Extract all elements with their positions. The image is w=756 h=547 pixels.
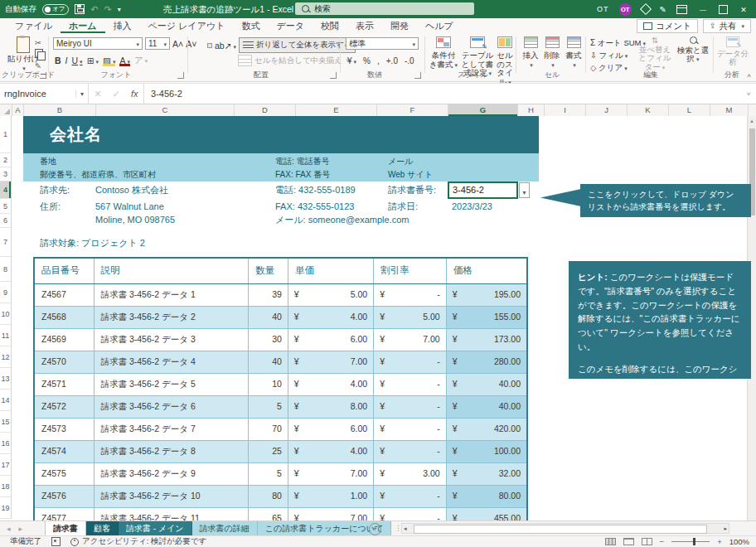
description-cell[interactable]: 請求書 3-456-2 データ 8 [94,441,250,462]
ribbon-tab-9[interactable]: ヘルプ [417,18,462,33]
borders-icon[interactable]: ⊞ [87,56,99,65]
fill-color-icon[interactable]: ▨ [103,56,115,65]
cell-styles-button[interactable]: セルのスタイル [494,36,516,87]
sort-filter-button[interactable]: ⇅ 並べ替えとフィルター [635,36,675,72]
item-number-cell[interactable]: Z4576 [35,486,94,507]
zoom-in-icon[interactable] [717,537,722,546]
table-cell[interactable]: ¥280.00 [447,351,526,373]
quantity-cell[interactable]: 10 [249,374,288,395]
table-cell[interactable]: ¥40.00 [447,396,526,418]
row-header-15[interactable]: 15 [0,411,12,433]
redo-icon[interactable]: ↷ [104,0,112,18]
column-header-H[interactable]: H [518,104,545,116]
table-cell[interactable]: ¥80.00 [447,486,526,507]
column-header-E[interactable]: E [296,104,377,116]
table-row[interactable]: Z4572請求書 3-456-2 データ 65¥8.00¥-¥40.00 [35,396,526,419]
item-number-cell[interactable]: Z4569 [35,329,94,351]
column-header-A[interactable]: A [12,104,24,116]
column-header-D[interactable]: D [235,104,296,116]
ribbon-tab-1[interactable]: ホーム [61,18,105,33]
description-cell[interactable]: 請求書 3-456-2 データ 10 [94,486,250,507]
table-cell[interactable]: ¥455.00 [447,508,526,520]
underline-button[interactable]: U [72,56,83,65]
percent-style-icon[interactable]: % [363,56,371,65]
table-row[interactable]: Z4575請求書 3-456-2 データ 95¥7.00¥3.00¥32.00 [35,463,526,486]
column-header-K[interactable]: K [628,104,669,116]
collapse-ribbon-icon[interactable] [747,72,751,80]
clipboard-dialog-launcher[interactable] [40,72,46,79]
table-cell[interactable]: ¥- [374,508,446,520]
table-cell[interactable]: ¥3.00 [374,463,446,485]
column-header-M[interactable]: M [710,104,749,116]
item-number-cell[interactable]: Z4573 [35,419,94,440]
increase-indent-icon[interactable] [229,58,234,63]
scroll-left-icon[interactable] [404,525,407,532]
align-bottom-icon[interactable] [207,43,212,48]
align-middle-icon[interactable] [200,43,205,48]
zoom-out-icon[interactable] [660,537,665,546]
item-number-cell[interactable]: Z4574 [35,441,94,462]
table-cell[interactable]: ¥40.00 [447,374,526,395]
table-cell[interactable]: ¥- [374,396,446,418]
font-size-select[interactable]: 11 [145,37,170,50]
decrease-indent-icon[interactable] [220,58,225,63]
currency-format-icon[interactable]: ¥ [347,56,356,65]
insert-cells-button[interactable]: 挿入 [521,36,540,70]
close-button[interactable] [738,0,749,19]
item-number-cell[interactable]: Z4571 [35,374,94,395]
format-cells-button[interactable]: 書式 [564,36,584,70]
macro-record-icon[interactable] [51,537,61,546]
enter-icon[interactable]: ✓ [113,89,120,99]
item-number-cell[interactable]: Z4575 [35,463,94,485]
font-dialog-launcher[interactable] [177,72,184,79]
ribbon-display-options-icon[interactable] [676,5,687,14]
column-header-C[interactable]: C [96,104,235,116]
table-cell[interactable]: ¥- [374,284,446,306]
row-header-18[interactable]: 18 [0,476,12,497]
insert-function-icon[interactable]: fx [131,89,138,99]
name-box-caret-icon[interactable]: ▾ [75,90,84,98]
table-cell[interactable]: ¥6.00 [288,329,374,351]
orientation-icon[interactable]: ab↗ [215,41,236,51]
column-header-I[interactable]: I [545,104,586,116]
table-cell[interactable]: ¥7.00 [288,351,374,373]
table-cell[interactable]: ¥195.00 [447,284,526,306]
description-cell[interactable]: 請求書 3-456-2 データ 2 [94,307,250,328]
align-center-icon[interactable] [201,58,206,63]
increase-decimal-icon[interactable]: +.0 [386,56,398,65]
normal-view-icon[interactable] [605,538,616,545]
row-header-12[interactable]: 12 [0,346,12,368]
row-header-10[interactable]: 10 [0,303,12,325]
ribbon-tab-6[interactable]: 校閲 [313,18,347,33]
ribbon-tab-8[interactable]: 開発 [382,18,417,33]
item-number-cell[interactable]: Z4572 [35,396,94,418]
item-number-cell[interactable]: Z4567 [35,284,94,306]
row-header-8[interactable]: 8 [0,257,12,282]
table-cell[interactable]: ¥4.00 [288,307,374,328]
table-cell[interactable]: ¥6.00 [288,419,374,440]
decrease-decimal-icon[interactable]: -.0 [405,56,414,65]
table-row[interactable]: Z4571請求書 3-456-2 データ 510¥4.00¥-¥40.00 [35,374,526,396]
table-cell[interactable]: ¥- [374,351,446,373]
table-row[interactable]: Z4574請求書 3-456-2 データ 825¥4.00¥-¥100.00 [35,441,526,463]
premium-icon[interactable] [640,3,652,15]
sheet-tab-2[interactable]: 請求書 - メイン [119,521,192,535]
description-cell[interactable]: 請求書 3-456-2 データ 5 [94,374,250,395]
align-top-icon[interactable] [192,43,197,48]
row-header-1[interactable]: 1 [0,116,12,153]
italic-button[interactable]: I [65,56,68,65]
table-row[interactable]: Z4577請求書 3-456-2 データ 1165¥7.00¥-¥455.00 [35,508,526,520]
column-header-B[interactable]: B [24,104,96,116]
table-row[interactable]: Z4568請求書 3-456-2 データ 240¥4.00¥5.00¥155.0… [35,307,526,329]
name-box[interactable]: rngInvoice ▾ [0,84,89,104]
column-header-J[interactable]: J [586,104,628,116]
analyze-data-button[interactable]: データ分析 [716,36,749,67]
new-sheet-button[interactable] [369,523,381,535]
quantity-cell[interactable]: 5 [249,396,288,418]
table-cell[interactable]: ¥5.00 [288,284,374,306]
undo-icon[interactable]: ↶ [90,0,98,18]
table-cell[interactable]: ¥7.00 [288,508,374,520]
row-header-9[interactable]: 9 [0,282,12,303]
sheet-nav-right-icon[interactable]: ▸ [19,525,23,533]
row-header-6[interactable]: 6 [0,214,12,228]
